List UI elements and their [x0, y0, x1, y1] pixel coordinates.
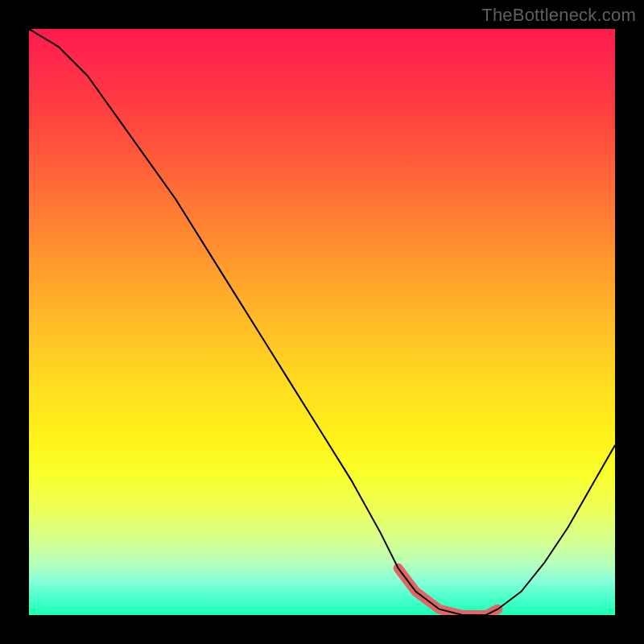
bottleneck-curve — [29, 29, 615, 615]
watermark-text: TheBottleneck.com — [481, 5, 636, 26]
curve-svg — [29, 29, 615, 615]
plot-area — [29, 29, 615, 615]
optimal-region-highlight — [398, 568, 498, 615]
chart-container: TheBottleneck.com — [0, 0, 644, 644]
